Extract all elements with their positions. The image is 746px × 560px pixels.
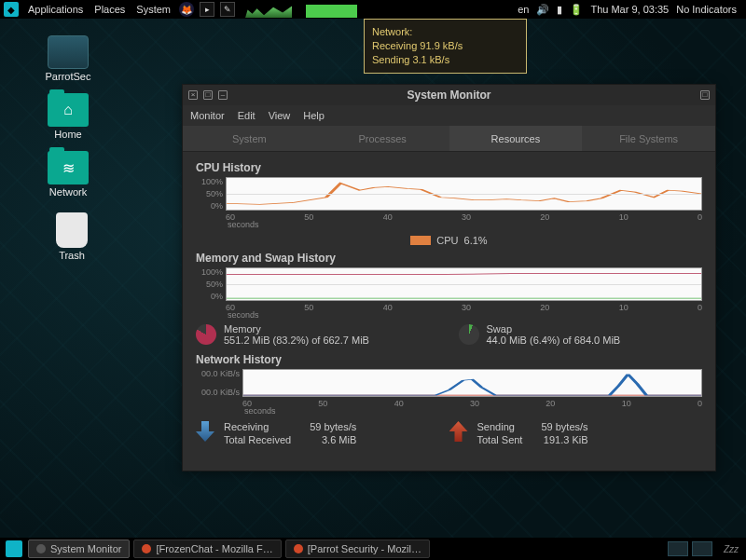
desktop-icon-network[interactable]: ≋ Network (35, 151, 101, 198)
recv-total-label: Total Received (224, 434, 291, 445)
menu-help[interactable]: Help (303, 110, 325, 121)
send-total-label: Total Sent (477, 434, 523, 445)
net-sending: Sending 59 bytes/s Total Sent 191.3 KiB (449, 421, 703, 445)
start-button-icon[interactable] (6, 540, 22, 557)
cpu-legend: CPU 6.1% (196, 235, 702, 246)
menu-places[interactable]: Places (89, 4, 131, 15)
network-tray-icon[interactable]: ▮ (557, 4, 562, 16)
swap-value: 44.0 MiB (6.4%) of 684.0 MiB (487, 335, 621, 346)
panel-system-graph[interactable] (245, 1, 357, 18)
workspace-switcher-1[interactable] (668, 541, 688, 556)
distro-logo-icon[interactable]: ◆ (4, 2, 19, 17)
task-label: [Parrot Security - Mozil… (308, 543, 421, 554)
swap-pie-icon (459, 324, 479, 345)
restore-button[interactable]: □ (700, 90, 710, 100)
net-chart (242, 369, 702, 397)
bottom-panel: System Monitor [FrozenChat - Mozilla F… … (0, 538, 746, 560)
tab-resources[interactable]: Resources (449, 126, 583, 151)
upload-arrow-icon (449, 421, 468, 442)
sleep-indicator[interactable]: Zzz (724, 544, 739, 554)
desktop-icon-label: Trash (39, 250, 104, 261)
net-receiving: Receiving 59 bytes/s Total Received 3.6 … (196, 421, 449, 445)
resources-pane: CPU History 100% 50% 0% 6050403020100 se… (183, 152, 715, 451)
editor-icon[interactable]: ✎ (220, 2, 235, 17)
recv-rate: 59 bytes/s (310, 421, 356, 432)
task-frozenchat[interactable]: [FrozenChat - Mozilla F… (133, 540, 281, 558)
menu-applications[interactable]: Applications (22, 4, 89, 15)
system-monitor-window: × □ – System Monitor □ Monitor Edit View… (182, 84, 716, 471)
desktop-icon-trash[interactable]: Trash (39, 212, 104, 261)
task-label: System Monitor (50, 543, 121, 554)
desktop-icon-label: Network (35, 186, 101, 198)
maximize-button[interactable]: □ (203, 90, 213, 100)
net-y-axis: 00.0 KiB/s 00.0 KiB/s (196, 369, 242, 397)
clock[interactable]: Thu Mar 9, 03:35 (590, 4, 669, 15)
memory-value: 551.2 MiB (83.2%) of 662.7 MiB (224, 335, 369, 346)
window-titlebar[interactable]: × □ – System Monitor □ (183, 85, 715, 105)
send-label: Sending (477, 421, 523, 432)
menu-monitor[interactable]: Monitor (190, 110, 225, 121)
firefox-icon[interactable]: 🦊 (179, 2, 194, 17)
desktop-icon-parrotsec[interactable]: ParrotSec (35, 35, 101, 82)
minimize-button[interactable]: – (218, 90, 228, 100)
top-panel: ◆ Applications Places System 🦊 ▸ ✎ en 🔊 … (0, 0, 746, 19)
indicators-label: No Indicators (676, 4, 737, 15)
cpu-section-title: CPU History (196, 161, 702, 174)
menubar: Monitor Edit View Help (183, 105, 715, 126)
window-title: System Monitor (183, 89, 715, 102)
close-button[interactable]: × (188, 90, 198, 100)
send-rate: 59 bytes/s (541, 421, 587, 432)
task-icon (36, 544, 46, 553)
memory-label: Memory (224, 323, 369, 335)
menu-system[interactable]: System (131, 4, 176, 15)
desktop-icon-label: Home (35, 129, 101, 140)
swap-legend: Swap 44.0 MiB (6.4%) of 684.0 MiB (459, 323, 703, 346)
menu-edit[interactable]: Edit (238, 110, 256, 121)
cpu-y-axis: 100% 50% 0% (196, 177, 226, 211)
memory-legend: Memory 551.2 MiB (83.2%) of 662.7 MiB (196, 323, 440, 346)
cpu-chart (226, 177, 702, 211)
workspace-switcher-2[interactable] (692, 541, 712, 556)
mem-section-title: Memory and Swap History (196, 252, 702, 265)
desktop-icon-home[interactable]: ⌂ Home (35, 93, 101, 140)
mem-chart (226, 267, 702, 301)
tooltip-send: Sending 3.1 kB/s (372, 53, 518, 67)
terminal-icon[interactable]: ▸ (200, 2, 214, 17)
memory-pie-icon (196, 324, 216, 345)
task-icon (142, 544, 151, 553)
recv-label: Receiving (224, 421, 291, 432)
recv-total: 3.6 MiB (310, 434, 356, 445)
laptop-icon (48, 35, 89, 69)
send-total: 191.3 KiB (541, 434, 587, 445)
tab-bar: System Processes Resources File Systems (183, 126, 715, 152)
download-arrow-icon (196, 421, 214, 442)
tooltip-recv: Receiving 91.9 kB/s (372, 39, 518, 53)
task-parrot-security[interactable]: [Parrot Security - Mozil… (285, 540, 430, 558)
volume-icon[interactable]: 🔊 (536, 4, 549, 16)
home-folder-icon: ⌂ (48, 93, 89, 127)
keyboard-layout[interactable]: en (518, 4, 529, 15)
desktop-icon-label: ParrotSec (35, 71, 101, 82)
tab-system[interactable]: System (183, 126, 316, 151)
cpu-swatch-icon (410, 236, 431, 245)
trash-icon (56, 212, 88, 248)
tooltip-title: Network: (372, 25, 518, 39)
cpu-legend-value: 6.1% (464, 235, 488, 246)
task-label: [FrozenChat - Mozilla F… (156, 543, 272, 554)
mem-y-axis: 100% 50% 0% (196, 267, 226, 301)
cpu-legend-label: CPU (436, 235, 458, 246)
menu-view[interactable]: View (269, 110, 291, 121)
tab-filesystems[interactable]: File Systems (582, 126, 715, 151)
network-folder-icon: ≋ (48, 151, 89, 184)
tab-processes[interactable]: Processes (316, 126, 449, 151)
battery-icon[interactable]: 🔋 (570, 4, 583, 16)
net-section-title: Network History (196, 353, 702, 366)
task-system-monitor[interactable]: System Monitor (28, 540, 130, 558)
swap-label: Swap (487, 323, 621, 335)
task-icon (294, 544, 303, 553)
network-tooltip: Network: Receiving 91.9 kB/s Sending 3.1… (364, 19, 527, 74)
